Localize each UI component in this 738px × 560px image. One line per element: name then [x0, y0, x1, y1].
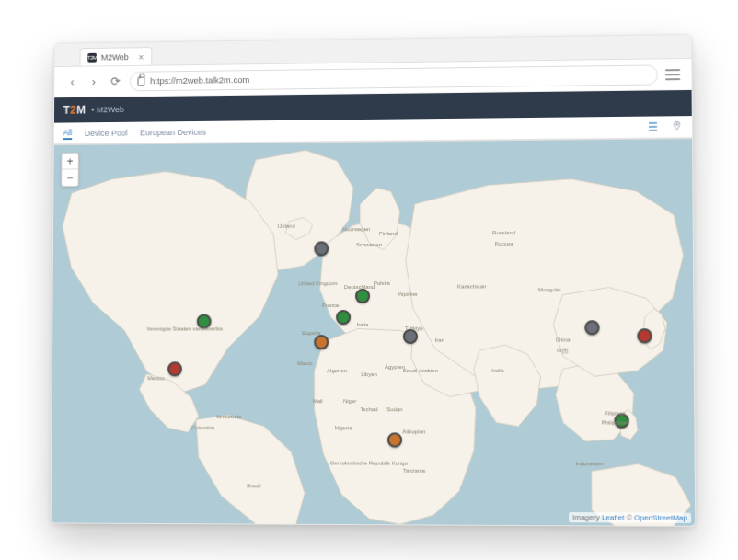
map-marker-es-1[interactable] — [314, 334, 329, 349]
map-marker-eu-1[interactable] — [355, 289, 370, 303]
map-marker-jp-1[interactable] — [637, 327, 652, 342]
url-bar[interactable]: https://m2web.talk2m.com — [130, 63, 658, 90]
map-marker-me-1[interactable] — [403, 328, 418, 343]
map-view-icon[interactable] — [671, 119, 682, 133]
map-attribution: Imagery Leaflet © OpenStreetMap — [569, 512, 691, 523]
map-marker-na-1[interactable] — [196, 314, 211, 328]
url-text: https://m2web.talk2m.com — [150, 74, 249, 86]
tab-title: M2Web — [101, 52, 129, 62]
app-logo[interactable]: T2M — [63, 103, 86, 116]
browser-window: T2M M2Web × ‹ › ⟳ https://m2web.talk2m.c… — [51, 33, 697, 526]
filter-tab-0[interactable]: All — [63, 126, 73, 140]
reload-button[interactable]: ⟳ — [108, 74, 122, 87]
filter-tab-2[interactable]: European Devices — [140, 125, 206, 139]
menu-button[interactable] — [665, 68, 680, 79]
osm-link[interactable]: OpenStreetMap — [634, 513, 687, 521]
list-view-icon[interactable]: ☰ — [648, 120, 658, 132]
lock-icon — [137, 76, 144, 86]
breadcrumb: • M2Web — [91, 105, 124, 114]
close-icon[interactable]: × — [138, 51, 144, 62]
map-marker-mx-1[interactable] — [167, 361, 182, 376]
map-canvas[interactable]: + − Imagery Leaflet © OpenStreetMap Vere… — [52, 138, 695, 526]
zoom-control: + − — [61, 152, 79, 186]
map-marker-cn-1[interactable] — [584, 320, 599, 335]
filter-tab-1[interactable]: Device Pool — [85, 126, 128, 139]
back-button[interactable]: ‹ — [65, 74, 80, 88]
favicon-icon: T2M — [87, 52, 97, 62]
map-marker-ph-1[interactable] — [615, 413, 629, 428]
world-map-icon — [52, 139, 695, 526]
svg-point-0 — [675, 122, 677, 124]
map-marker-atl-1[interactable] — [314, 241, 329, 256]
logo-part: M — [76, 103, 86, 116]
forward-button[interactable]: › — [86, 74, 101, 88]
map-marker-eu-2[interactable] — [336, 309, 351, 324]
browser-tab[interactable]: T2M M2Web × — [80, 47, 152, 66]
map-marker-af-1[interactable] — [387, 432, 402, 447]
leaflet-link[interactable]: Leaflet — [602, 513, 625, 521]
zoom-in-button[interactable]: + — [62, 153, 78, 169]
logo-part: T — [63, 103, 71, 116]
zoom-out-button[interactable]: − — [62, 169, 78, 186]
